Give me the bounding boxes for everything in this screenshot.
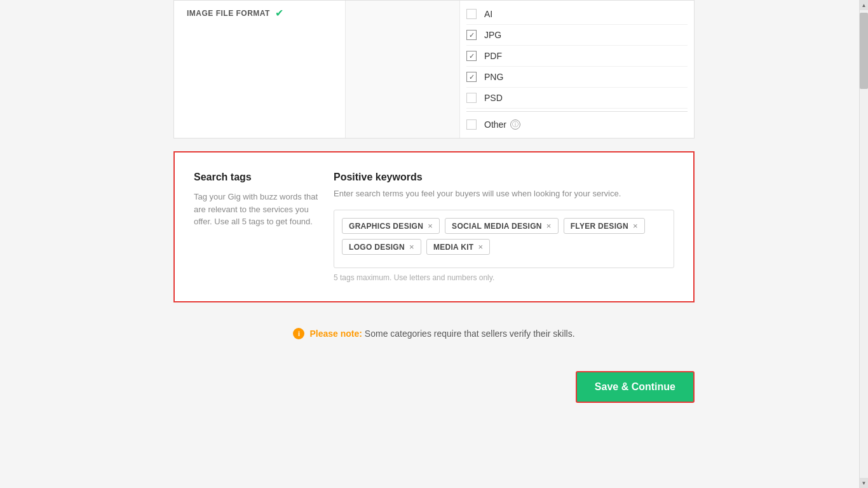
format-option-other: Other ⓘ	[466, 114, 688, 135]
please-note-section: i Please note: Some categories require t…	[173, 309, 695, 358]
search-tags-description: Tag your Gig with buzz words that are re…	[194, 191, 321, 228]
tag-label-social-media-design: SOCIAL MEDIA DESIGN	[452, 222, 542, 231]
page-wrapper: IMAGE FILE FORMAT ✔ AI JPG	[0, 0, 868, 488]
remove-social-media-design[interactable]: ×	[546, 221, 552, 231]
checkbox-other[interactable]	[466, 119, 477, 130]
format-label-ai: AI	[484, 9, 492, 19]
tags-hint: 5 tags maximum. Use letters and numbers …	[334, 273, 674, 282]
search-tags-title: Search tags	[194, 172, 321, 183]
format-option-jpg: JPG	[466, 25, 688, 46]
search-tags-section: Search tags Tag your Gig with buzz words…	[173, 151, 695, 302]
tag-label-media-kit: MEDIA KIT	[433, 243, 474, 252]
checkbox-pdf[interactable]	[466, 51, 477, 61]
other-info-icon[interactable]: ⓘ	[510, 119, 520, 130]
format-option-png: PNG	[466, 67, 688, 88]
tags-row-2: LOGO DESIGN × MEDIA KIT ×	[342, 239, 666, 255]
remove-graphics-design[interactable]: ×	[428, 221, 433, 231]
please-note-text: Please note: Some categories require tha…	[309, 329, 574, 339]
format-option-pdf: PDF	[466, 46, 688, 67]
remove-flyer-design[interactable]: ×	[633, 221, 638, 231]
outer-wrapper: IMAGE FILE FORMAT ✔ AI JPG	[173, 0, 695, 428]
image-format-label-area: IMAGE FILE FORMAT ✔	[174, 1, 346, 138]
image-format-section: IMAGE FILE FORMAT ✔ AI JPG	[173, 0, 695, 139]
tag-label-flyer-design: FLYER DESIGN	[571, 222, 628, 231]
remove-media-kit[interactable]: ×	[478, 242, 483, 252]
tag-chip-logo-design[interactable]: LOGO DESIGN ×	[342, 239, 421, 255]
checkbox-jpg[interactable]	[466, 30, 477, 40]
tag-label-graphics-design: GRAPHICS DESIGN	[349, 222, 423, 231]
image-format-preview	[346, 1, 460, 138]
format-label-other: Other	[484, 119, 506, 130]
tags-row-1: GRAPHICS DESIGN × SOCIAL MEDIA DESIGN × …	[342, 218, 666, 234]
scrollbar-arrow-up[interactable]: ▲	[860, 0, 868, 10]
image-format-check-icon: ✔	[275, 7, 283, 19]
tags-input-area[interactable]: GRAPHICS DESIGN × SOCIAL MEDIA DESIGN × …	[334, 210, 674, 268]
please-note-bold: Please note:	[309, 329, 362, 339]
please-note-body: Some categories require that sellers ver…	[365, 329, 575, 339]
please-note-icon: i	[293, 328, 304, 339]
format-option-ai: AI	[466, 4, 688, 25]
image-format-label-wrap: IMAGE FILE FORMAT ✔	[187, 7, 283, 19]
tag-chip-media-kit[interactable]: MEDIA KIT ×	[426, 239, 491, 255]
remove-logo-design[interactable]: ×	[409, 242, 414, 252]
tags-right: Positive keywords Enter search terms you…	[334, 172, 674, 282]
format-label-jpg: JPG	[484, 30, 501, 40]
positive-keywords-description: Enter search terms you feel your buyers …	[334, 188, 674, 200]
format-label-pdf: PDF	[484, 51, 502, 61]
save-continue-button[interactable]: Save & Continue	[576, 371, 695, 403]
save-button-section: Save & Continue	[173, 358, 695, 428]
tag-chip-flyer-design[interactable]: FLYER DESIGN ×	[564, 218, 645, 234]
positive-keywords-title: Positive keywords	[334, 172, 674, 183]
image-format-options: AI JPG PDF PNG	[460, 1, 694, 138]
format-label-png: PNG	[484, 72, 503, 82]
tag-chip-social-media-design[interactable]: SOCIAL MEDIA DESIGN ×	[445, 218, 559, 234]
scrollbar-thumb[interactable]	[860, 13, 868, 89]
tag-label-logo-design: LOGO DESIGN	[349, 243, 405, 252]
scrollbar-track: ▲ ▼	[860, 0, 868, 488]
tags-left: Search tags Tag your Gig with buzz words…	[194, 172, 334, 282]
image-format-label: IMAGE FILE FORMAT	[187, 9, 270, 18]
scrollbar[interactable]: ▲ ▼	[859, 0, 868, 488]
checkbox-png[interactable]	[466, 72, 477, 82]
checkbox-psd[interactable]	[466, 93, 477, 103]
tag-chip-graphics-design[interactable]: GRAPHICS DESIGN ×	[342, 218, 440, 234]
format-label-psd: PSD	[484, 93, 503, 103]
scrollbar-arrow-down[interactable]: ▼	[860, 478, 868, 488]
checkbox-ai[interactable]	[466, 9, 477, 19]
format-option-psd: PSD	[466, 88, 688, 109]
